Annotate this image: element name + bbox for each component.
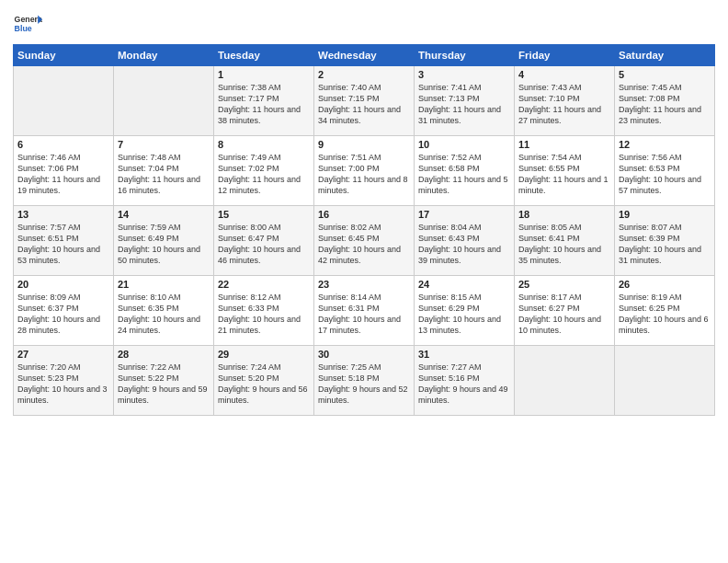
calendar-cell: 7Sunrise: 7:48 AMSunset: 7:04 PMDaylight… bbox=[114, 136, 214, 206]
cell-content: Sunrise: 7:49 AMSunset: 7:02 PMDaylight:… bbox=[218, 152, 310, 197]
cell-content: Sunrise: 7:56 AMSunset: 6:53 PMDaylight:… bbox=[619, 152, 711, 197]
svg-text:Blue: Blue bbox=[15, 24, 32, 33]
cell-content: Sunrise: 7:46 AMSunset: 7:06 PMDaylight:… bbox=[17, 152, 109, 197]
cell-content: Sunrise: 7:51 AMSunset: 7:00 PMDaylight:… bbox=[318, 152, 410, 197]
calendar-cell: 29Sunrise: 7:24 AMSunset: 5:20 PMDayligh… bbox=[214, 346, 314, 416]
cell-content: Sunrise: 8:04 AMSunset: 6:43 PMDaylight:… bbox=[418, 222, 510, 267]
calendar-cell: 24Sunrise: 8:15 AMSunset: 6:29 PMDayligh… bbox=[415, 276, 515, 346]
cell-content: Sunrise: 8:19 AMSunset: 6:25 PMDaylight:… bbox=[619, 292, 711, 337]
day-number: 14 bbox=[118, 209, 210, 220]
calendar-container: General Blue SundayMondayTuesdayWednesda… bbox=[0, 0, 728, 563]
calendar-cell: 11Sunrise: 7:54 AMSunset: 6:55 PMDayligh… bbox=[515, 136, 615, 206]
cell-content: Sunrise: 8:02 AMSunset: 6:45 PMDaylight:… bbox=[318, 222, 410, 267]
weekday-header-row: SundayMondayTuesdayWednesdayThursdayFrid… bbox=[14, 45, 715, 66]
calendar-cell: 9Sunrise: 7:51 AMSunset: 7:00 PMDaylight… bbox=[314, 136, 415, 206]
header: General Blue bbox=[13, 9, 715, 39]
cell-content: Sunrise: 7:54 AMSunset: 6:55 PMDaylight:… bbox=[518, 152, 610, 197]
calendar-cell bbox=[615, 346, 715, 416]
weekday-header-sunday: Sunday bbox=[14, 45, 114, 66]
day-number: 24 bbox=[418, 279, 510, 290]
calendar-cell: 19Sunrise: 8:07 AMSunset: 6:39 PMDayligh… bbox=[615, 206, 715, 276]
day-number: 13 bbox=[17, 209, 109, 220]
day-number: 3 bbox=[418, 69, 510, 80]
calendar-cell: 25Sunrise: 8:17 AMSunset: 6:27 PMDayligh… bbox=[515, 276, 615, 346]
calendar-week-row: 13Sunrise: 7:57 AMSunset: 6:51 PMDayligh… bbox=[14, 206, 715, 276]
day-number: 19 bbox=[619, 209, 711, 220]
day-number: 8 bbox=[218, 139, 310, 150]
cell-content: Sunrise: 8:10 AMSunset: 6:35 PMDaylight:… bbox=[118, 292, 210, 337]
cell-content: Sunrise: 7:43 AMSunset: 7:10 PMDaylight:… bbox=[518, 82, 610, 127]
cell-content: Sunrise: 8:17 AMSunset: 6:27 PMDaylight:… bbox=[518, 292, 610, 337]
calendar-cell: 13Sunrise: 7:57 AMSunset: 6:51 PMDayligh… bbox=[14, 206, 114, 276]
calendar-cell: 15Sunrise: 8:00 AMSunset: 6:47 PMDayligh… bbox=[214, 206, 314, 276]
day-number: 5 bbox=[619, 69, 711, 80]
day-number: 2 bbox=[318, 69, 410, 80]
calendar-cell: 22Sunrise: 8:12 AMSunset: 6:33 PMDayligh… bbox=[214, 276, 314, 346]
calendar-cell: 12Sunrise: 7:56 AMSunset: 6:53 PMDayligh… bbox=[615, 136, 715, 206]
calendar-cell: 18Sunrise: 8:05 AMSunset: 6:41 PMDayligh… bbox=[515, 206, 615, 276]
day-number: 29 bbox=[218, 349, 310, 360]
cell-content: Sunrise: 7:59 AMSunset: 6:49 PMDaylight:… bbox=[118, 222, 210, 267]
cell-content: Sunrise: 7:45 AMSunset: 7:08 PMDaylight:… bbox=[619, 82, 711, 127]
calendar-week-row: 1Sunrise: 7:38 AMSunset: 7:17 PMDaylight… bbox=[14, 66, 715, 136]
cell-content: Sunrise: 7:57 AMSunset: 6:51 PMDaylight:… bbox=[17, 222, 109, 267]
day-number: 28 bbox=[118, 349, 210, 360]
cell-content: Sunrise: 7:52 AMSunset: 6:58 PMDaylight:… bbox=[418, 152, 510, 197]
cell-content: Sunrise: 8:12 AMSunset: 6:33 PMDaylight:… bbox=[218, 292, 310, 337]
day-number: 31 bbox=[418, 349, 510, 360]
day-number: 1 bbox=[218, 69, 310, 80]
calendar-cell: 5Sunrise: 7:45 AMSunset: 7:08 PMDaylight… bbox=[615, 66, 715, 136]
day-number: 9 bbox=[318, 139, 410, 150]
calendar-cell: 17Sunrise: 8:04 AMSunset: 6:43 PMDayligh… bbox=[415, 206, 515, 276]
calendar-cell: 16Sunrise: 8:02 AMSunset: 6:45 PMDayligh… bbox=[314, 206, 415, 276]
cell-content: Sunrise: 8:14 AMSunset: 6:31 PMDaylight:… bbox=[318, 292, 410, 337]
calendar-cell: 21Sunrise: 8:10 AMSunset: 6:35 PMDayligh… bbox=[114, 276, 214, 346]
weekday-header-wednesday: Wednesday bbox=[314, 45, 415, 66]
day-number: 6 bbox=[17, 139, 109, 150]
cell-content: Sunrise: 7:22 AMSunset: 5:22 PMDaylight:… bbox=[118, 362, 210, 407]
cell-content: Sunrise: 8:15 AMSunset: 6:29 PMDaylight:… bbox=[418, 292, 510, 337]
calendar-cell bbox=[14, 66, 114, 136]
calendar-cell: 20Sunrise: 8:09 AMSunset: 6:37 PMDayligh… bbox=[14, 276, 114, 346]
weekday-header-thursday: Thursday bbox=[415, 45, 515, 66]
calendar-cell: 1Sunrise: 7:38 AMSunset: 7:17 PMDaylight… bbox=[214, 66, 314, 136]
logo: General Blue bbox=[13, 9, 42, 39]
day-number: 11 bbox=[518, 139, 610, 150]
calendar-cell: 10Sunrise: 7:52 AMSunset: 6:58 PMDayligh… bbox=[415, 136, 515, 206]
day-number: 18 bbox=[518, 209, 610, 220]
day-number: 23 bbox=[318, 279, 410, 290]
calendar-week-row: 6Sunrise: 7:46 AMSunset: 7:06 PMDaylight… bbox=[14, 136, 715, 206]
calendar-week-row: 20Sunrise: 8:09 AMSunset: 6:37 PMDayligh… bbox=[14, 276, 715, 346]
day-number: 27 bbox=[17, 349, 109, 360]
calendar-cell: 3Sunrise: 7:41 AMSunset: 7:13 PMDaylight… bbox=[415, 66, 515, 136]
cell-content: Sunrise: 7:25 AMSunset: 5:18 PMDaylight:… bbox=[318, 362, 410, 407]
day-number: 12 bbox=[619, 139, 711, 150]
calendar-cell: 14Sunrise: 7:59 AMSunset: 6:49 PMDayligh… bbox=[114, 206, 214, 276]
cell-content: Sunrise: 7:20 AMSunset: 5:23 PMDaylight:… bbox=[17, 362, 109, 407]
cell-content: Sunrise: 7:40 AMSunset: 7:15 PMDaylight:… bbox=[318, 82, 410, 127]
calendar-cell: 23Sunrise: 8:14 AMSunset: 6:31 PMDayligh… bbox=[314, 276, 415, 346]
day-number: 26 bbox=[619, 279, 711, 290]
calendar-cell: 27Sunrise: 7:20 AMSunset: 5:23 PMDayligh… bbox=[14, 346, 114, 416]
calendar-cell: 6Sunrise: 7:46 AMSunset: 7:06 PMDaylight… bbox=[14, 136, 114, 206]
calendar-cell: 30Sunrise: 7:25 AMSunset: 5:18 PMDayligh… bbox=[314, 346, 415, 416]
cell-content: Sunrise: 8:00 AMSunset: 6:47 PMDaylight:… bbox=[218, 222, 310, 267]
day-number: 7 bbox=[118, 139, 210, 150]
day-number: 21 bbox=[118, 279, 210, 290]
day-number: 4 bbox=[518, 69, 610, 80]
cell-content: Sunrise: 7:48 AMSunset: 7:04 PMDaylight:… bbox=[118, 152, 210, 197]
calendar-cell: 8Sunrise: 7:49 AMSunset: 7:02 PMDaylight… bbox=[214, 136, 314, 206]
logo-icon: General Blue bbox=[13, 9, 42, 39]
calendar-cell: 28Sunrise: 7:22 AMSunset: 5:22 PMDayligh… bbox=[114, 346, 214, 416]
cell-content: Sunrise: 7:38 AMSunset: 7:17 PMDaylight:… bbox=[218, 82, 310, 127]
calendar-week-row: 27Sunrise: 7:20 AMSunset: 5:23 PMDayligh… bbox=[14, 346, 715, 416]
weekday-header-friday: Friday bbox=[515, 45, 615, 66]
calendar-cell: 26Sunrise: 8:19 AMSunset: 6:25 PMDayligh… bbox=[615, 276, 715, 346]
calendar-table: SundayMondayTuesdayWednesdayThursdayFrid… bbox=[13, 44, 715, 416]
calendar-cell bbox=[114, 66, 214, 136]
cell-content: Sunrise: 7:41 AMSunset: 7:13 PMDaylight:… bbox=[418, 82, 510, 127]
day-number: 10 bbox=[418, 139, 510, 150]
day-number: 30 bbox=[318, 349, 410, 360]
weekday-header-tuesday: Tuesday bbox=[214, 45, 314, 66]
cell-content: Sunrise: 8:05 AMSunset: 6:41 PMDaylight:… bbox=[518, 222, 610, 267]
